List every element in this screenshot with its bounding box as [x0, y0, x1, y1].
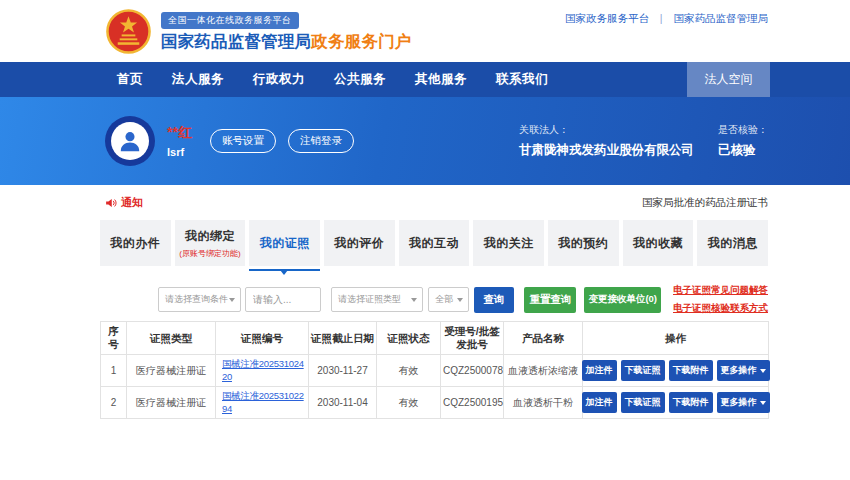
column-header: 证照类型: [127, 322, 216, 355]
download-attachment-button[interactable]: 下载附件: [669, 360, 713, 381]
column-header: 证照截止日期: [309, 322, 377, 355]
caret-down-icon: [760, 401, 766, 408]
tab-label: 我的收藏: [633, 235, 683, 252]
nav-item-6[interactable]: 联系我们: [496, 71, 548, 88]
more-actions-button[interactable]: 更多操作: [717, 360, 770, 381]
column-header: 证照状态: [377, 322, 441, 355]
chevron-down-icon: [229, 298, 235, 305]
caret-down-icon: [760, 369, 766, 376]
verify-block: 是否核验： 已核验: [718, 123, 768, 159]
tab-label: 我的互动: [409, 235, 459, 252]
search-button[interactable]: 查询: [474, 287, 515, 313]
license-number-cell: 国械注准20253102420: [216, 355, 309, 387]
nav-items: 首页法人服务行政权力公共服务其他服务联系我们: [117, 71, 548, 88]
national-emblem-logo: [105, 8, 152, 55]
table-cell: 血液透析干粉: [504, 387, 583, 419]
user-meta: **红 lsrf: [167, 124, 192, 158]
tab-label: 我的绑定: [185, 228, 235, 245]
chevron-down-icon: [457, 298, 463, 305]
tab-9[interactable]: 我的消息: [697, 220, 768, 266]
top-link-nmpa[interactable]: 国家药品监督管理局: [674, 12, 769, 24]
nav-item-1[interactable]: 首页: [117, 71, 143, 88]
all-select[interactable]: 全部: [428, 287, 468, 312]
tab-8[interactable]: 我的收藏: [623, 220, 694, 266]
tab-3[interactable]: 我的证照: [249, 220, 320, 266]
column-header: 证照编号: [216, 322, 309, 355]
annotate-button[interactable]: 加注件: [582, 392, 617, 413]
notice-right-text[interactable]: 国家局批准的药品注册证书: [642, 196, 768, 210]
tabs: 我的办件我的绑定(原账号绑定功能)我的证照我的评价我的互动我的关注我的预约我的收…: [100, 220, 768, 266]
legal-entity-block: 关联法人： 甘肃陇神戎发药业股份有限公司: [519, 123, 694, 159]
license-number-link[interactable]: 国械注准20253102420: [222, 358, 304, 382]
query-condition-select[interactable]: 请选择查询条件: [158, 287, 241, 312]
content: 通知 国家局批准的药品注册证书 我的办件我的绑定(原账号绑定功能)我的证照我的评…: [100, 185, 768, 419]
nav-item-4[interactable]: 公共服务: [334, 71, 386, 88]
annotate-button[interactable]: 加注件: [582, 360, 617, 381]
contact-link[interactable]: 电子证照核验联系方式: [673, 302, 768, 315]
table-cell: 1: [101, 355, 127, 387]
logout-button[interactable]: 注销登录: [288, 129, 354, 153]
help-links: 电子证照常见问题解答 电子证照核验联系方式: [673, 284, 768, 315]
download-license-button[interactable]: 下载证照: [621, 360, 665, 381]
download-license-button[interactable]: 下载证照: [621, 392, 665, 413]
more-actions-button[interactable]: 更多操作: [717, 392, 770, 413]
tab-1[interactable]: 我的办件: [100, 220, 171, 266]
tab-label: 我的证照: [260, 235, 310, 252]
tab-label: 我的预约: [558, 235, 608, 252]
column-header: 受理号/批签发批号: [441, 322, 504, 355]
tab-6[interactable]: 我的关注: [473, 220, 544, 266]
column-header: 操作: [583, 322, 769, 355]
tab-label: 我的关注: [484, 235, 534, 252]
filter-row: 请选择查询条件 请选择证照类型 全部 查询 重置查询 变更接收单位(0) 电子证…: [158, 284, 768, 315]
nav-item-3[interactable]: 行政权力: [253, 71, 305, 88]
nav-item-2[interactable]: 法人服务: [172, 71, 224, 88]
page: 全国一体化在线政务服务平台 国家药品监督管理局政务服务门户 国家政务服务平台 |…: [0, 0, 850, 419]
table-cell: 医疗器械注册证: [127, 387, 216, 419]
tab-5[interactable]: 我的互动: [399, 220, 470, 266]
active-tab-caret: [280, 270, 288, 279]
verify-status: 已核验: [718, 142, 768, 159]
reset-button[interactable]: 重置查询: [524, 287, 576, 313]
license-type-select[interactable]: 请选择证照类型: [331, 287, 423, 312]
main-nav: 首页法人服务行政权力公共服务其他服务联系我们 法人空间: [0, 62, 850, 97]
table-cell: 有效: [377, 355, 441, 387]
table-cell: 有效: [377, 387, 441, 419]
tab-7[interactable]: 我的预约: [548, 220, 619, 266]
license-number-link[interactable]: 国械注准20253102294: [222, 390, 304, 414]
nav-item-5[interactable]: 其他服务: [415, 71, 467, 88]
table-header-row: 序号证照类型证照编号证照截止日期证照状态受理号/批签发批号产品名称操作: [101, 322, 769, 355]
tab-label: 我的评价: [334, 235, 384, 252]
legal-entity-label: 关联法人：: [519, 123, 694, 137]
legal-person-space-button[interactable]: 法人空间: [687, 62, 770, 97]
notice-label[interactable]: 通知: [121, 195, 143, 210]
table-cell: 2030-11-04: [309, 387, 377, 419]
chevron-down-icon: [411, 298, 417, 305]
account-settings-button[interactable]: 账号设置: [210, 129, 276, 153]
person-icon: [117, 128, 143, 154]
column-header: 序号: [101, 322, 127, 355]
table-cell: CQZ2500078: [441, 355, 504, 387]
tab-label: 我的办件: [110, 235, 160, 252]
actions-cell: 加注件下载证照下载附件更多操作: [583, 355, 769, 387]
legal-entity-name: 甘肃陇神戎发药业股份有限公司: [519, 142, 694, 159]
table-cell: CQZ2500195: [441, 387, 504, 419]
user-banner: **红 lsrf 账号设置 注销登录 关联法人： 甘肃陇神戎发药业股份有限公司 …: [0, 97, 850, 185]
top-link-gov-platform[interactable]: 国家政务服务平台: [565, 12, 649, 24]
download-attachment-button[interactable]: 下载附件: [669, 392, 713, 413]
banner-info: 关联法人： 甘肃陇神戎发药业股份有限公司 是否核验： 已核验: [519, 123, 768, 159]
faq-link[interactable]: 电子证照常见问题解答: [673, 284, 768, 297]
speaker-icon: [105, 197, 117, 209]
license-number-cell: 国械注准20253102294: [216, 387, 309, 419]
top-links-separator: |: [660, 12, 663, 24]
column-header: 产品名称: [504, 322, 583, 355]
top-links: 国家政务服务平台 | 国家药品监督管理局: [565, 12, 768, 26]
tab-label: 我的消息: [708, 235, 758, 252]
actions-cell: 加注件下载证照下载附件更多操作: [583, 387, 769, 419]
search-input[interactable]: [245, 287, 321, 312]
table-row: 1医疗器械注册证国械注准202531024202030-11-27有效CQZ25…: [101, 355, 769, 387]
tab-4[interactable]: 我的评价: [324, 220, 395, 266]
tab-2[interactable]: 我的绑定(原账号绑定功能): [175, 220, 246, 266]
site-header: 全国一体化在线政务服务平台 国家药品监督管理局政务服务门户 国家政务服务平台 |…: [0, 0, 850, 62]
change-receiver-button[interactable]: 变更接收单位(0): [584, 287, 661, 313]
platform-badge: 全国一体化在线政务服务平台: [161, 12, 299, 29]
